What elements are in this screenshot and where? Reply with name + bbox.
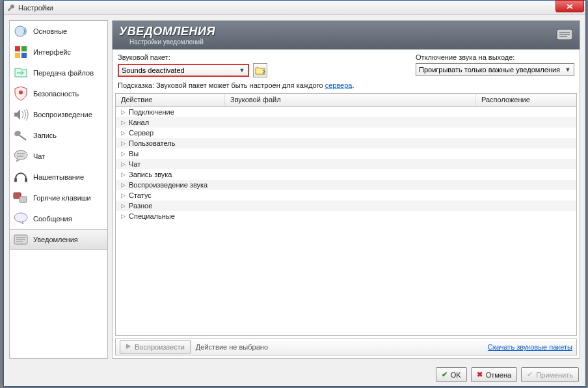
- table-row[interactable]: ▷Запись звука: [116, 169, 576, 180]
- sidebar-item-chat[interactable]: Чат: [10, 146, 107, 167]
- microphone-icon: [12, 127, 29, 144]
- expand-icon[interactable]: ▷: [120, 192, 126, 199]
- chat-bubble-icon: [12, 148, 29, 165]
- row-label: Статус: [129, 191, 152, 199]
- titlebar[interactable]: Настройки: [4, 1, 585, 15]
- no-action-text: Действие не выбрано: [196, 343, 268, 351]
- expand-icon[interactable]: ▷: [120, 109, 126, 115]
- controls-row: Звуковой пакет: Sounds deactivated ▼: [113, 49, 580, 80]
- row-label: Пользователь: [129, 139, 175, 147]
- sidebar-item-hotkeys[interactable]: Горячие клавиши: [10, 187, 107, 208]
- row-label: Подключение: [129, 108, 174, 116]
- sidebar-item-messages[interactable]: Сообщения: [10, 208, 107, 229]
- check-icon: ✔: [442, 370, 448, 379]
- expand-icon[interactable]: ▷: [120, 202, 126, 209]
- table-row[interactable]: ▷Сервер: [116, 128, 576, 138]
- sidebar-item-playback[interactable]: Воспроизведение: [10, 104, 107, 125]
- sidebar-item-label: Горячие клавиши: [33, 194, 91, 202]
- open-sound-folder-button[interactable]: [253, 63, 267, 77]
- sidebar-item-label: Воспроизведение: [33, 111, 92, 118]
- sidebar-item-interface[interactable]: Интерфейс: [10, 42, 107, 62]
- play-button[interactable]: Воспроизвести: [120, 340, 191, 353]
- table-row[interactable]: ▷Канал: [116, 117, 576, 128]
- sidebar-item-capture[interactable]: Запись: [10, 125, 107, 146]
- table-row[interactable]: ▷Разное: [116, 201, 576, 211]
- cancel-button[interactable]: ✖Отмена: [471, 367, 517, 382]
- dialog-buttons: ✔OK ✖Отмена ✔Применить: [436, 367, 579, 382]
- col-location[interactable]: Расположение: [476, 94, 576, 106]
- svg-point-0: [15, 26, 25, 36]
- check-icon: ✔: [527, 370, 533, 379]
- hint-text: Подсказка: Звуковой пакет может быть нас…: [113, 80, 580, 93]
- table-row[interactable]: ▷Чат: [116, 159, 576, 169]
- sidebar-item-label: Запись: [33, 132, 57, 139]
- play-label: Воспроизвести: [135, 343, 185, 351]
- sidebar-item-filetransfer[interactable]: Передача файлов: [10, 62, 107, 83]
- row-label: Воспроизведение звука: [129, 181, 207, 189]
- expand-icon[interactable]: ▷: [120, 171, 126, 178]
- download-packs-link[interactable]: Скачать звуковые пакеты: [488, 343, 572, 351]
- sound-pack-combo[interactable]: Sounds deactivated ▼: [118, 64, 249, 77]
- mute-on-exit-value: Проигрывать только важные уведомления: [419, 66, 560, 74]
- sidebar-item-general[interactable]: Основные: [10, 21, 107, 42]
- svg-rect-3: [15, 53, 20, 58]
- sidebar-item-label: Основные: [33, 27, 67, 35]
- sidebar-item-label: Безопасность: [33, 90, 79, 98]
- expand-icon[interactable]: ▷: [120, 182, 126, 188]
- close-button[interactable]: [555, 0, 584, 12]
- window-title: Настройки: [18, 4, 53, 12]
- sidebar-item-label: Передача файлов: [33, 69, 94, 77]
- expand-icon[interactable]: ▷: [120, 150, 126, 157]
- notification-header-icon: [556, 29, 573, 42]
- row-label: Сервер: [129, 129, 154, 137]
- globe-speaker-icon: [12, 23, 29, 40]
- sidebar: Основные Интерфейс Передача файлов Безоп…: [9, 20, 108, 359]
- row-label: Канал: [129, 118, 149, 126]
- panel-header: УВЕДОМЛЕНИЯ Настройки уведомлений: [113, 21, 580, 49]
- expand-icon[interactable]: ▷: [120, 161, 126, 167]
- svg-point-7: [14, 150, 27, 159]
- expand-icon[interactable]: ▷: [120, 130, 126, 136]
- table-row[interactable]: ▷Статус: [116, 190, 576, 201]
- sidebar-item-security[interactable]: Безопасность: [10, 83, 107, 104]
- col-action[interactable]: Действие: [116, 94, 225, 106]
- svg-rect-11: [20, 197, 27, 202]
- sidebar-item-whisper[interactable]: Нашептывание: [10, 167, 107, 187]
- sidebar-item-label: Интерфейс: [33, 48, 71, 56]
- table-row[interactable]: ▷Пользователь: [116, 138, 576, 148]
- bottom-bar: Воспроизвести Действие не выбрано Скачат…: [115, 339, 577, 355]
- table-row[interactable]: ▷Воспроизведение звука: [116, 180, 576, 190]
- svg-point-12: [14, 213, 27, 222]
- row-label: Разное: [129, 202, 152, 210]
- sidebar-item-notifications[interactable]: Уведомления: [10, 229, 107, 250]
- sidebar-item-label: Уведомления: [33, 236, 78, 243]
- wrench-icon: [7, 3, 16, 12]
- ok-button[interactable]: ✔OK: [436, 367, 467, 382]
- svg-point-5: [19, 90, 23, 94]
- expand-icon[interactable]: ▷: [120, 140, 126, 146]
- sidebar-item-label: Сообщения: [33, 215, 72, 223]
- table-row[interactable]: ▷Вы: [116, 148, 576, 159]
- apply-button[interactable]: ✔Применить: [521, 367, 579, 382]
- sidebar-item-label: Нашептывание: [33, 173, 84, 181]
- svg-rect-2: [21, 46, 27, 51]
- mute-on-exit-combo[interactable]: Проигрывать только важные уведомления ▼: [416, 63, 574, 76]
- table-row[interactable]: ▷Специальные: [116, 211, 576, 221]
- row-label: Специальные: [129, 212, 175, 220]
- actions-table: Действие Звуковой файл Расположение ▷Под…: [115, 93, 577, 336]
- server-link[interactable]: сервера: [325, 81, 353, 89]
- col-file[interactable]: Звуковой файл: [225, 94, 476, 106]
- page-subtitle: Настройки уведомлений: [129, 38, 215, 46]
- headset-icon: [12, 169, 29, 186]
- expand-icon[interactable]: ▷: [120, 213, 126, 219]
- svg-rect-8: [14, 178, 17, 182]
- table-header: Действие Звуковой файл Расположение: [116, 94, 576, 107]
- expand-icon[interactable]: ▷: [120, 119, 126, 126]
- colors-grid-icon: [12, 44, 29, 61]
- table-row[interactable]: ▷Подключение: [116, 107, 576, 117]
- sidebar-item-label: Чат: [33, 152, 45, 160]
- window-body: Основные Интерфейс Передача файлов Безоп…: [4, 15, 585, 386]
- chevron-down-icon: ▼: [563, 66, 572, 73]
- row-label: Вы: [129, 150, 139, 158]
- row-label: Чат: [129, 160, 140, 168]
